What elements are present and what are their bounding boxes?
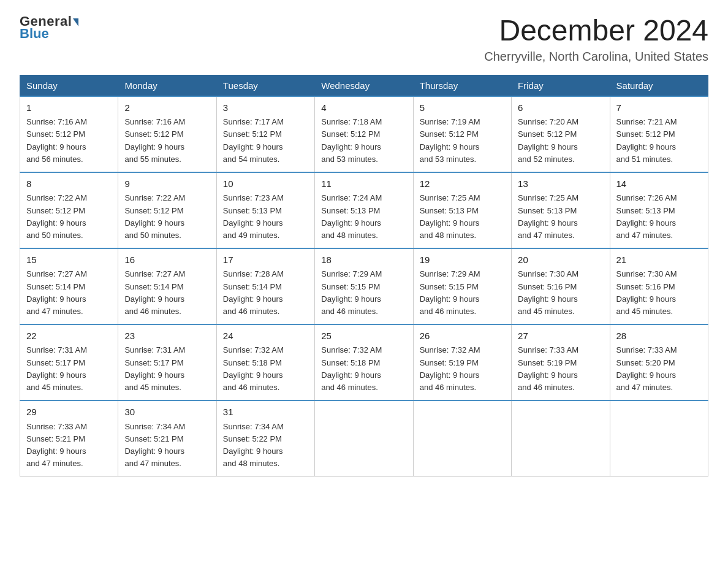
- calendar-cell: 13Sunrise: 7:25 AMSunset: 5:13 PMDayligh…: [512, 172, 610, 248]
- week-row-2: 8Sunrise: 7:22 AMSunset: 5:12 PMDaylight…: [20, 172, 708, 248]
- day-info: Sunrise: 7:31 AMSunset: 5:17 PMDaylight:…: [124, 344, 210, 394]
- calendar-cell: 21Sunrise: 7:30 AMSunset: 5:16 PMDayligh…: [610, 248, 708, 324]
- calendar-cell: 20Sunrise: 7:30 AMSunset: 5:16 PMDayligh…: [512, 248, 610, 324]
- day-number: 28: [616, 329, 702, 343]
- day-info: Sunrise: 7:27 AMSunset: 5:14 PMDaylight:…: [124, 268, 210, 318]
- calendar-cell: 31Sunrise: 7:34 AMSunset: 5:22 PMDayligh…: [216, 400, 314, 477]
- day-number: 26: [420, 329, 505, 343]
- day-number: 3: [223, 101, 308, 115]
- day-info: Sunrise: 7:31 AMSunset: 5:17 PMDaylight:…: [26, 344, 112, 394]
- calendar-cell: 25Sunrise: 7:32 AMSunset: 5:18 PMDayligh…: [315, 324, 413, 400]
- weekday-header-saturday: Saturday: [610, 75, 708, 96]
- day-number: 21: [616, 253, 702, 267]
- day-number: 17: [223, 253, 308, 267]
- day-info: Sunrise: 7:17 AMSunset: 5:12 PMDaylight:…: [223, 116, 308, 166]
- day-number: 1: [26, 101, 112, 115]
- day-info: Sunrise: 7:22 AMSunset: 5:12 PMDaylight:…: [124, 192, 210, 242]
- day-info: Sunrise: 7:27 AMSunset: 5:14 PMDaylight:…: [26, 268, 112, 318]
- day-number: 5: [420, 101, 505, 115]
- calendar-cell: 16Sunrise: 7:27 AMSunset: 5:14 PMDayligh…: [118, 248, 216, 324]
- calendar-cell: 23Sunrise: 7:31 AMSunset: 5:17 PMDayligh…: [118, 324, 216, 400]
- day-number: 12: [420, 177, 505, 191]
- day-info: Sunrise: 7:32 AMSunset: 5:18 PMDaylight:…: [321, 344, 406, 394]
- day-info: Sunrise: 7:33 AMSunset: 5:21 PMDaylight:…: [26, 421, 112, 470]
- calendar-cell: [512, 400, 610, 477]
- calendar-cell: 5Sunrise: 7:19 AMSunset: 5:12 PMDaylight…: [413, 96, 511, 172]
- calendar-cell: [610, 400, 708, 477]
- day-info: Sunrise: 7:30 AMSunset: 5:16 PMDaylight:…: [616, 268, 702, 318]
- calendar-cell: 22Sunrise: 7:31 AMSunset: 5:17 PMDayligh…: [20, 324, 118, 400]
- logo-bottom: Blue: [20, 27, 49, 40]
- calendar-cell: 26Sunrise: 7:32 AMSunset: 5:19 PMDayligh…: [413, 324, 511, 400]
- calendar-cell: 30Sunrise: 7:34 AMSunset: 5:21 PMDayligh…: [118, 400, 216, 477]
- day-number: 11: [321, 177, 406, 191]
- day-info: Sunrise: 7:34 AMSunset: 5:21 PMDaylight:…: [124, 421, 210, 470]
- day-number: 9: [124, 177, 210, 191]
- calendar-cell: 7Sunrise: 7:21 AMSunset: 5:12 PMDaylight…: [610, 96, 708, 172]
- weekday-header-monday: Monday: [118, 75, 216, 96]
- day-number: 30: [124, 405, 210, 419]
- weekday-header-sunday: Sunday: [20, 75, 118, 96]
- day-info: Sunrise: 7:32 AMSunset: 5:18 PMDaylight:…: [223, 344, 308, 394]
- day-info: Sunrise: 7:25 AMSunset: 5:13 PMDaylight:…: [518, 192, 603, 242]
- day-number: 18: [321, 253, 406, 267]
- day-number: 14: [616, 177, 702, 191]
- calendar-cell: 3Sunrise: 7:17 AMSunset: 5:12 PMDaylight…: [216, 96, 314, 172]
- weekday-header-tuesday: Tuesday: [216, 75, 314, 96]
- calendar-cell: 17Sunrise: 7:28 AMSunset: 5:14 PMDayligh…: [216, 248, 314, 324]
- day-info: Sunrise: 7:22 AMSunset: 5:12 PMDaylight:…: [26, 192, 112, 242]
- calendar-cell: 11Sunrise: 7:24 AMSunset: 5:13 PMDayligh…: [315, 172, 413, 248]
- calendar-cell: 10Sunrise: 7:23 AMSunset: 5:13 PMDayligh…: [216, 172, 314, 248]
- weekday-header-wednesday: Wednesday: [315, 75, 413, 96]
- day-number: 8: [26, 177, 112, 191]
- day-number: 29: [26, 405, 112, 419]
- calendar-cell: 2Sunrise: 7:16 AMSunset: 5:12 PMDaylight…: [118, 96, 216, 172]
- day-number: 22: [26, 329, 112, 343]
- title-block: December 2024 Cherryville, North Carolin…: [484, 15, 708, 64]
- month-title: December 2024: [484, 15, 708, 47]
- day-info: Sunrise: 7:29 AMSunset: 5:15 PMDaylight:…: [321, 268, 406, 318]
- day-number: 31: [223, 405, 308, 419]
- day-info: Sunrise: 7:16 AMSunset: 5:12 PMDaylight:…: [26, 116, 112, 166]
- weekday-header-row: SundayMondayTuesdayWednesdayThursdayFrid…: [20, 75, 708, 96]
- week-row-4: 22Sunrise: 7:31 AMSunset: 5:17 PMDayligh…: [20, 324, 708, 400]
- day-number: 23: [124, 329, 210, 343]
- day-number: 27: [518, 329, 603, 343]
- calendar-cell: 28Sunrise: 7:33 AMSunset: 5:20 PMDayligh…: [610, 324, 708, 400]
- calendar-cell: 14Sunrise: 7:26 AMSunset: 5:13 PMDayligh…: [610, 172, 708, 248]
- day-number: 4: [321, 101, 406, 115]
- day-info: Sunrise: 7:34 AMSunset: 5:22 PMDaylight:…: [223, 421, 308, 470]
- day-info: Sunrise: 7:26 AMSunset: 5:13 PMDaylight:…: [616, 192, 702, 242]
- calendar-cell: [315, 400, 413, 477]
- calendar-cell: 29Sunrise: 7:33 AMSunset: 5:21 PMDayligh…: [20, 400, 118, 477]
- week-row-1: 1Sunrise: 7:16 AMSunset: 5:12 PMDaylight…: [20, 96, 708, 172]
- day-info: Sunrise: 7:29 AMSunset: 5:15 PMDaylight:…: [420, 268, 505, 318]
- day-info: Sunrise: 7:24 AMSunset: 5:13 PMDaylight:…: [321, 192, 406, 242]
- day-info: Sunrise: 7:33 AMSunset: 5:19 PMDaylight:…: [518, 344, 603, 394]
- calendar-cell: [413, 400, 511, 477]
- day-number: 13: [518, 177, 603, 191]
- day-info: Sunrise: 7:21 AMSunset: 5:12 PMDaylight:…: [616, 116, 702, 166]
- calendar-table: SundayMondayTuesdayWednesdayThursdayFrid…: [20, 75, 708, 477]
- day-number: 20: [518, 253, 603, 267]
- day-number: 25: [321, 329, 406, 343]
- calendar-cell: 18Sunrise: 7:29 AMSunset: 5:15 PMDayligh…: [315, 248, 413, 324]
- day-info: Sunrise: 7:30 AMSunset: 5:16 PMDaylight:…: [518, 268, 603, 318]
- week-row-3: 15Sunrise: 7:27 AMSunset: 5:14 PMDayligh…: [20, 248, 708, 324]
- calendar-cell: 15Sunrise: 7:27 AMSunset: 5:14 PMDayligh…: [20, 248, 118, 324]
- day-info: Sunrise: 7:32 AMSunset: 5:19 PMDaylight:…: [420, 344, 505, 394]
- day-info: Sunrise: 7:20 AMSunset: 5:12 PMDaylight:…: [518, 116, 603, 166]
- day-number: 24: [223, 329, 308, 343]
- calendar-cell: 9Sunrise: 7:22 AMSunset: 5:12 PMDaylight…: [118, 172, 216, 248]
- week-row-5: 29Sunrise: 7:33 AMSunset: 5:21 PMDayligh…: [20, 400, 708, 477]
- day-info: Sunrise: 7:25 AMSunset: 5:13 PMDaylight:…: [420, 192, 505, 242]
- day-number: 15: [26, 253, 112, 267]
- day-number: 7: [616, 101, 702, 115]
- calendar-cell: 1Sunrise: 7:16 AMSunset: 5:12 PMDaylight…: [20, 96, 118, 172]
- logo: General Blue: [20, 15, 78, 40]
- logo-arrow-icon: [73, 18, 78, 26]
- calendar-cell: 12Sunrise: 7:25 AMSunset: 5:13 PMDayligh…: [413, 172, 511, 248]
- calendar-cell: 8Sunrise: 7:22 AMSunset: 5:12 PMDaylight…: [20, 172, 118, 248]
- calendar-cell: 4Sunrise: 7:18 AMSunset: 5:12 PMDaylight…: [315, 96, 413, 172]
- day-number: 2: [124, 101, 210, 115]
